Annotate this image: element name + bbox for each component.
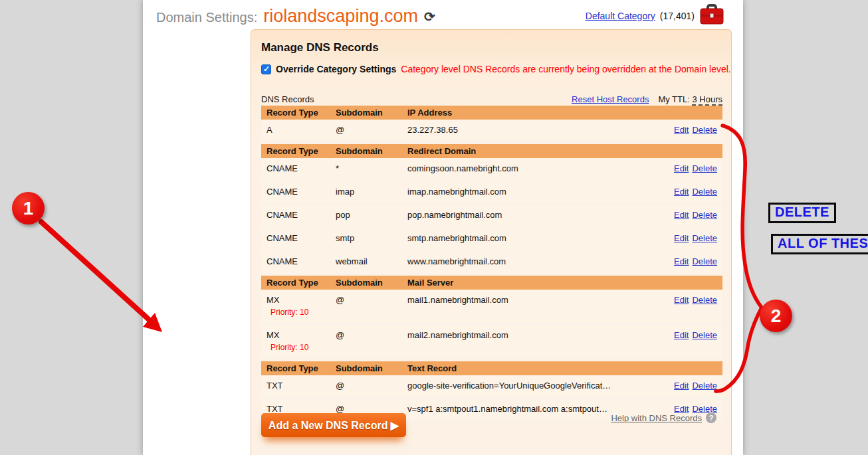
delete-link[interactable]: Delete	[692, 187, 717, 197]
panel-title: Manage DNS Records	[261, 41, 379, 54]
annotation-step-2: 2	[760, 300, 792, 332]
dns-record-row-mx: MXPriority: 10 @ mail2.namebrightmail.co…	[261, 325, 722, 360]
col-header-subdomain: Subdomain	[336, 278, 407, 288]
edit-link[interactable]: Edit	[674, 163, 689, 173]
dns-records-label: DNS Records	[261, 94, 314, 104]
domain-header: Domain Settings: riolandscaping.com ⟳ De…	[143, 0, 743, 29]
record-type: TXT	[261, 404, 336, 414]
record-value: www.namebrightmail.com	[407, 256, 671, 266]
record-subdomain: @	[336, 404, 407, 414]
record-subdomain: pop	[336, 210, 407, 220]
col-header-mail-server: Mail Server	[407, 278, 722, 288]
manage-dns-panel: Manage DNS Records Override Category Set…	[251, 29, 732, 455]
annotation-step-1: 1	[12, 192, 45, 225]
record-priority: Priority: 10	[267, 305, 336, 317]
help-row: Help with DNS Records ?	[611, 412, 716, 423]
col-header-subdomain: Subdomain	[336, 363, 407, 373]
record-subdomain: smtp	[336, 233, 407, 243]
section-header-redirect: Record Type Subdomain Redirect Domain	[261, 144, 722, 158]
delete-link[interactable]: Delete	[692, 163, 717, 173]
dns-record-row-cname: CNAME smtp smtp.namebrightmail.com EditD…	[261, 228, 722, 251]
record-value: google-site-verification=YourUniqueGoogl…	[407, 381, 671, 391]
col-header-record-type: Record Type	[261, 363, 336, 373]
record-value: comingsoon.namebright.com	[407, 163, 671, 173]
record-value: mail2.namebrightmail.com	[407, 330, 671, 340]
col-header-record-type: Record Type	[261, 278, 336, 288]
add-dns-record-button[interactable]: Add a New DNS Record ▶	[261, 413, 406, 437]
override-checkbox-label: Override Category Settings	[276, 64, 396, 74]
record-type: TXT	[261, 381, 336, 391]
edit-link[interactable]: Edit	[674, 295, 689, 305]
edit-link[interactable]: Edit	[674, 256, 689, 266]
dns-record-row-cname: CNAME pop pop.namebrightmail.com EditDel…	[261, 205, 722, 228]
record-subdomain: @	[336, 125, 407, 135]
col-header-subdomain: Subdomain	[336, 108, 407, 118]
record-value: smtp.namebrightmail.com	[407, 233, 671, 243]
record-value: mail1.namebrightmail.com	[407, 295, 671, 305]
dns-record-row-cname: CNAME webmail www.namebrightmail.com Edi…	[261, 251, 722, 274]
col-header-record-type: Record Type	[261, 108, 336, 118]
delete-link[interactable]: Delete	[692, 330, 717, 340]
col-header-ip-address: IP Address	[407, 108, 722, 118]
col-header-redirect-domain: Redirect Domain	[407, 146, 722, 156]
col-header-record-type: Record Type	[261, 146, 336, 156]
record-value: pop.namebrightmail.com	[407, 210, 671, 220]
section-header-text: Record Type Subdomain Text Record	[261, 361, 722, 375]
table-meta-row: DNS Records Reset Host Records My TTL: 3…	[261, 92, 722, 104]
record-priority: Priority: 10	[267, 340, 336, 352]
dns-records-table: Record Type Subdomain IP Address A @ 23.…	[261, 104, 722, 422]
record-type: CNAME	[261, 163, 336, 173]
default-category-link[interactable]: Default Category	[586, 11, 655, 21]
record-subdomain: imap	[336, 187, 407, 197]
record-type: MX	[267, 330, 280, 340]
override-warning-text: Category level DNS Records are currently…	[401, 64, 730, 74]
reset-host-records-link[interactable]: Reset Host Records	[572, 94, 649, 104]
delete-link[interactable]: Delete	[692, 295, 717, 305]
annotation-delete-box: DELETE	[768, 203, 836, 223]
delete-link[interactable]: Delete	[692, 233, 717, 243]
domain-header-right: Default Category (17,401)	[586, 4, 724, 28]
override-category-checkbox[interactable]	[261, 64, 271, 74]
annotation-arrow-1	[41, 222, 150, 320]
edit-link[interactable]: Edit	[674, 381, 689, 391]
delete-link[interactable]: Delete	[692, 210, 717, 220]
record-type-group: MXPriority: 10	[261, 330, 336, 352]
record-type: CNAME	[261, 233, 336, 243]
record-type: A	[261, 125, 336, 135]
record-type: CNAME	[261, 256, 336, 266]
page-title: Domain Settings:	[156, 10, 257, 25]
record-subdomain: @	[336, 381, 407, 391]
record-type: MX	[267, 295, 280, 305]
toolbox-icon[interactable]	[699, 4, 724, 28]
dns-record-row-cname: CNAME * comingsoon.namebright.com EditDe…	[261, 158, 722, 181]
help-question-icon[interactable]: ?	[706, 412, 716, 423]
edit-link[interactable]: Edit	[674, 330, 689, 340]
edit-link[interactable]: Edit	[674, 187, 689, 197]
record-subdomain: @	[336, 330, 407, 340]
delete-link[interactable]: Delete	[692, 125, 717, 135]
record-value: 23.227.38.65	[407, 125, 671, 135]
domain-name: riolandscaping.com	[263, 6, 418, 27]
col-header-text-record: Text Record	[407, 363, 722, 373]
delete-link[interactable]: Delete	[692, 381, 717, 391]
ttl-group: My TTL: 3 Hours	[658, 94, 722, 104]
help-dns-records-link[interactable]: Help with DNS Records	[611, 413, 702, 423]
record-value: imap.namebrightmail.com	[407, 187, 671, 197]
category-count: (17,401)	[660, 11, 695, 21]
edit-link[interactable]: Edit	[674, 125, 689, 135]
dns-record-row-mx: MXPriority: 10 @ mail1.namebrightmail.co…	[261, 290, 722, 325]
edit-link[interactable]: Edit	[674, 233, 689, 243]
section-header-ip: Record Type Subdomain IP Address	[261, 106, 722, 120]
annotation-all-of-these-box: ALL OF THESE	[771, 234, 868, 254]
dns-record-row-a: A @ 23.227.38.65 EditDelete	[261, 120, 722, 143]
edit-link[interactable]: Edit	[674, 210, 689, 220]
delete-link[interactable]: Delete	[692, 256, 717, 266]
record-type-group: MXPriority: 10	[261, 295, 336, 317]
col-header-subdomain: Subdomain	[336, 146, 407, 156]
refresh-icon[interactable]: ⟳	[424, 9, 435, 25]
dns-record-row-txt: TXT @ google-site-verification=YourUniqu…	[261, 375, 722, 399]
record-subdomain: webmail	[336, 256, 407, 266]
section-header-mail: Record Type Subdomain Mail Server	[261, 276, 722, 290]
override-row: Override Category Settings Category leve…	[261, 64, 731, 74]
record-type: CNAME	[261, 210, 336, 220]
